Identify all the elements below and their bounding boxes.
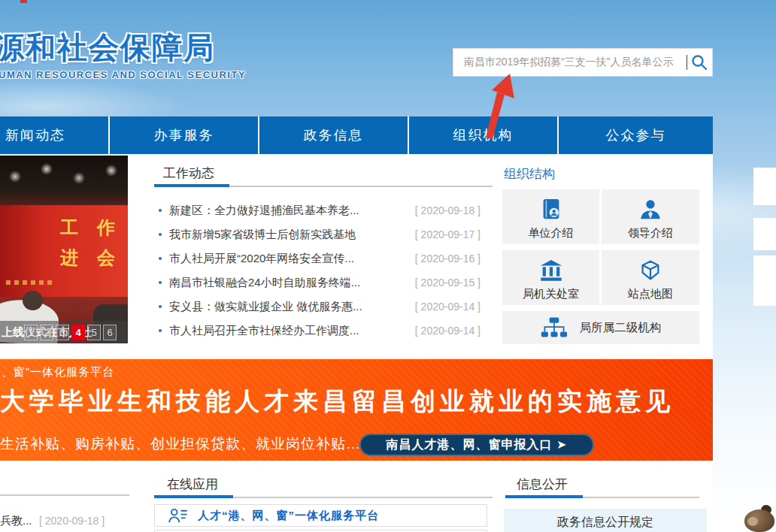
org-card-sitemap[interactable]: 站点地图 (602, 250, 699, 305)
news-date: [ 2020-09-16 ] (415, 252, 493, 264)
tab-active-underline (154, 495, 233, 498)
news-link[interactable]: 南昌市社银融合24小时自助服务终端... (169, 276, 409, 290)
floating-side-widget[interactable] (753, 255, 776, 306)
promo-banner[interactable]: 、窗”一体化服务平台 大学毕业生和技能人才来昌留昌创业就业的实施意见 生活补贴、… (0, 359, 713, 461)
bullet-icon (159, 305, 162, 308)
tab-online-apps[interactable]: 在线应用 (167, 476, 218, 493)
mascot-pet-image[interactable] (741, 505, 776, 532)
org-card-label: 局机关处室 (502, 287, 599, 301)
book-icon (538, 198, 564, 223)
floating-side-widget[interactable] (753, 218, 776, 250)
carousel-page-1[interactable]: 1 (24, 325, 38, 340)
news-date: [ 2020-09-14 ] (415, 325, 493, 337)
news-link[interactable]: 我市新增5家省级博士后创新实践基地 (169, 228, 409, 242)
tab-active-underline (505, 495, 583, 498)
org-card-unit-intro[interactable]: 单位介绍 (502, 189, 599, 244)
news-row: 南昌市社银融合24小时自助服务终端... [ 2020-09-15 ] (154, 271, 493, 295)
site-logo-english: UMAN RESOURCES AND SOCIAL SECURITY (0, 69, 246, 80)
org-card-subordinate-agencies[interactable]: 局所属二级机构 (502, 311, 699, 344)
carousel-page-2[interactable]: 2 (40, 325, 53, 340)
online-app-label: 人才“港、网、窗”一体化服务平台 (198, 509, 379, 523)
text-caret (687, 55, 687, 70)
carousel-pagination: 1 2 3 4 5 6 (24, 325, 117, 340)
news-row: 我市新增5家省级博士后创新实践基地 [ 2020-09-17 ] (154, 222, 493, 246)
sitemap-icon (541, 316, 568, 339)
cube-icon (638, 258, 663, 284)
banner-top-text: 、窗”一体化服务平台 (2, 365, 114, 379)
news-date: [ 2020-09-14 ] (415, 301, 493, 313)
nav-item-news[interactable]: 新闻动态 (0, 116, 110, 154)
user-list-icon (168, 508, 187, 524)
news-row: 安义县：做实就业援企业 做优服务惠... [ 2020-09-14 ] (154, 295, 493, 319)
search-input[interactable] (462, 56, 687, 69)
news-carousel[interactable]: 工 作进 会 上线仪式在市人社 1 2 3 4 5 6 (0, 156, 128, 343)
nav-item-services[interactable]: 办事服务 (110, 116, 259, 154)
banner-apply-button[interactable]: 南昌人才港、网、窗申报入口 ➤ (359, 434, 594, 456)
search-box[interactable] (453, 48, 713, 77)
nav-item-gov-info[interactable]: 政务信息 (259, 116, 409, 154)
carousel-page-3[interactable]: 3 (56, 325, 69, 340)
news-link[interactable]: 安义县：做实就业援企业 做优服务惠... (169, 300, 409, 314)
top-left-red-mark (20, 0, 27, 3)
carousel-photo-red-backdrop: 工 作进 会 (0, 205, 128, 297)
bullet-icon (159, 329, 162, 332)
page: 源和社会保障局 UMAN RESOURCES AND SOCIAL SECURI… (0, 0, 776, 532)
bottom-left-news-date: [ 2020-09-18 ] (39, 515, 105, 527)
carousel-page-6[interactable]: 6 (103, 325, 117, 340)
carousel-page-5[interactable]: 5 (87, 325, 101, 340)
bank-icon (538, 258, 564, 284)
info-disclosure-item[interactable]: 政务信息公开规定 (504, 509, 707, 532)
org-card-label: 领导介绍 (602, 226, 699, 240)
tab-active-underline (154, 184, 229, 187)
nav-item-organization[interactable]: 组织机构 (409, 116, 559, 154)
mascot-cheek (747, 517, 758, 526)
bottom-left-news-link[interactable]: 兵教... (0, 514, 32, 528)
banner-subtext: 生活补贴、购房补贴、创业担保贷款、就业岗位补贴…… (0, 434, 376, 454)
bullet-icon (159, 209, 162, 212)
news-date: [ 2020-09-17 ] (415, 228, 493, 240)
news-date: [ 2020-09-18 ] (415, 204, 493, 216)
tab-info-disclosure[interactable]: 信息公开 (517, 476, 568, 493)
org-card-label: 局所属二级机构 (580, 320, 662, 336)
org-card-leader-intro[interactable]: 领导介绍 (602, 189, 699, 244)
news-row: 新建区：全力做好退捕渔民基本养老... [ 2020-09-18 ] (154, 198, 493, 222)
news-date: [ 2020-09-15 ] (415, 277, 493, 289)
org-card-label: 单位介绍 (502, 226, 599, 240)
carousel-photo-person-head (23, 291, 43, 310)
person-icon (638, 198, 663, 223)
bullet-icon (159, 233, 162, 236)
bullet-icon (159, 281, 162, 284)
site-logo-chinese: 源和社会保障局 (0, 27, 215, 68)
banner-headline: 大学毕业生和技能人才来昌留昌创业就业的实施意见 (0, 385, 674, 419)
carousel-photo-slogan: 工 作进 会 (60, 213, 122, 273)
news-row: 市人社局开展“2020年网络安全宣传... [ 2020-09-16 ] (154, 246, 493, 271)
divider (0, 494, 129, 496)
news-link[interactable]: 新建区：全力做好退捕渔民基本养老... (169, 204, 409, 218)
carousel-photo-small-text (6, 280, 56, 285)
news-row: 市人社局召开全市社保经办工作调度... [ 2020-09-14 ] (154, 319, 493, 343)
org-structure-heading: 组织结构 (504, 165, 555, 183)
carousel-photo-stage-lights (0, 156, 128, 205)
org-card-label: 站点地图 (602, 287, 699, 301)
news-link[interactable]: 市人社局开展“2020年网络安全宣传... (169, 252, 409, 266)
carousel-page-4-active[interactable]: 4 (71, 325, 85, 340)
tab-work-news[interactable]: 工作动态 (163, 165, 214, 182)
nav-item-public-participation[interactable]: 公众参与 (559, 116, 713, 154)
floating-side-widget[interactable] (753, 168, 776, 205)
org-card-departments[interactable]: 局机关处室 (502, 250, 599, 305)
news-list: 新建区：全力做好退捕渔民基本养老... [ 2020-09-18 ] 我市新增5… (154, 198, 493, 343)
main-navigation: 新闻动态 办事服务 政务信息 组织机构 公众参与 (0, 116, 713, 154)
search-icon[interactable] (690, 53, 708, 71)
online-app-item[interactable]: 人才“港、网、窗”一体化服务平台 (154, 504, 487, 527)
news-link[interactable]: 市人社局召开全市社保经办工作调度... (169, 324, 409, 338)
bullet-icon (159, 257, 162, 260)
